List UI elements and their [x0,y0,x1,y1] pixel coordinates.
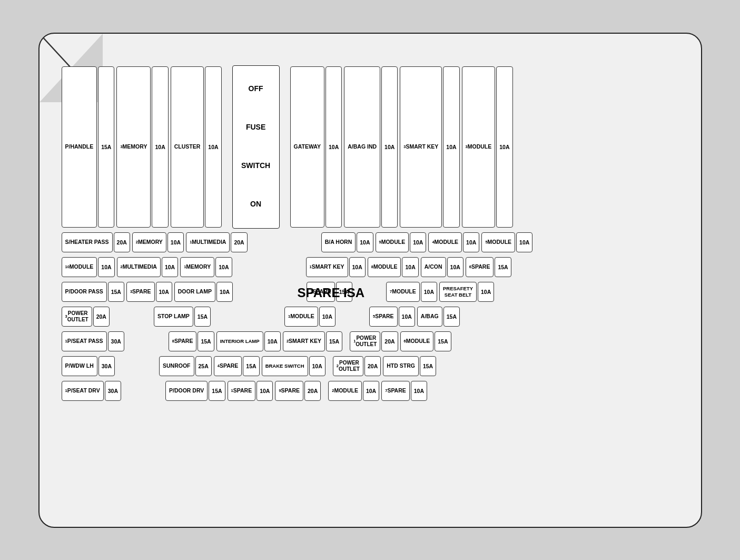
fuse-pwdw-lh: P/WDW LH 30A [62,356,115,376]
fuse-amp: 10A [349,257,366,277]
fuse-label: A/BAG IND [344,66,380,228]
fuse-label: 4MODULE [428,232,462,252]
fuse-8spare: 8 SPARE 15A [169,331,214,351]
fuse-amp: 10A [402,257,418,277]
fuse-label: 5MODULE [481,232,515,252]
fuse-amp: 10A [205,66,221,228]
fuse-3spare: 3 SPARE 10A [126,282,172,302]
fuse-p-handle: P/HANDLE 15A [62,66,115,228]
fuse-10module: 10MODULE 10A [62,257,115,277]
fuse-amp: 15A [435,331,451,351]
fuse-row-5: 3POWEROUTLET 20A STOP LAMP 15A 1 MODULE … [61,306,690,328]
switch-off: OFF [249,84,263,94]
fuse-label: 7MODULE [386,282,420,302]
fuse-door-lamp: DOOR LAMP 10A [174,282,233,302]
fuse-label: 7SPARE [381,381,410,401]
fuse-3memory: 3MEMORY 10A [116,66,168,228]
fuse-amp: 15A [98,66,114,228]
fuse-label: 3SMART KEY [400,66,442,228]
fuse-htd-strg: HTD STRG 15A [383,356,436,376]
fuse-label: 1MULTIMEDIA [186,232,230,252]
fuse-switch-box: OFF FUSE SWITCH ON [232,65,280,229]
fuse-amp: 10A [447,257,463,277]
fuse-label: P/HANDLE [62,66,97,228]
fuse-amp: 20A [114,232,130,252]
fuse-1spare: 1 SPARE 10A [228,381,273,401]
fuse-row-7: P/WDW LH 30A SUNROOF 25A 4 SPARE 15A BRA… [61,355,690,377]
fuse-amp: 10A [152,66,168,228]
fuse-amp: 30A [98,356,115,376]
gap-row7 [327,355,332,377]
fuse-amp: 15A [209,381,225,401]
spare-isa-label: SPARE ISA [298,286,365,300]
fuse-amp: 20A [304,381,321,401]
fuse-label: P/WDW LH [62,356,97,376]
fuse-interior-lamp: INTERIOR LAMP 10A [216,331,281,351]
fuse-label: 3POWEROUTLET [62,307,92,327]
fuse-amp: 10A [98,257,114,277]
fuse-label: P/DOOR PASS [62,282,107,302]
fuse-label: SUNROOF [159,356,194,376]
fuse-amp: 25A [195,356,212,376]
fuse-amp: 20A [364,356,381,376]
gap-row8 [322,380,327,402]
fuse-amp: 15A [495,257,511,277]
fuse-label: HTD STRG [383,356,419,376]
fuse-switch-spacer: OFF FUSE SWITCH ON [232,65,280,229]
fuse-amp: 15A [420,356,436,376]
fuse-amp: 10A [399,307,415,327]
fuse-amp: 15A [108,282,124,302]
fuse-1multimedia: 1MULTIMEDIA 20A [186,232,248,252]
gap-row6 [343,330,349,352]
fuse-label: 2MULTIMEDIA [117,257,161,277]
fuse-1power-outlet: 1 POWEROUTLET 20A [350,331,398,351]
fuse-label: 1 POWEROUTLET [350,331,380,351]
fuse-amp: 10A [516,232,532,252]
fuse-label: 8 SPARE [169,331,197,351]
fuse-amp: 30A [105,381,121,401]
fuse-label: 2 POWEROUTLET [333,356,363,376]
fuse-label: A/CON [421,257,446,277]
fuse-amp: 10A [411,381,427,401]
fuse-amp: 10A [264,331,281,351]
switch-switch: SWITCH [241,161,270,171]
fuse-amp: 10A [410,232,426,252]
fuse-1smart-key: 1SMART KEY 10A [306,257,366,277]
fuse-pdoor-pass: P/DOOR PASS 15A [62,282,124,302]
fuse-label: 10MODULE [62,257,97,277]
fuse-label: GATEWAY [290,66,324,228]
fuse-presafety: PRESAFETYSEAT BELT 10A [439,282,494,302]
fuse-abag: A/BAG 15A [417,307,460,327]
fuse-4spare: 4 SPARE 15A [214,356,260,376]
fuse-2multimedia: 2MULTIMEDIA 10A [117,257,179,277]
fuse-stop-lamp: STOP LAMP 15A [154,307,211,327]
fuse-amp: 15A [194,307,211,327]
fuse-amp: 15A [326,331,342,351]
fuse-pdoor-drv: P/DOOR DRV 15A [165,381,225,401]
fuse-label: 5 SPARE [369,307,398,327]
fuse-amp: 10A [325,66,342,228]
fuse-label: 6MODULE [400,331,434,351]
fuse-label: INTERIOR LAMP [216,331,263,351]
fuse-8module: 8 MODULE 10A [368,257,419,277]
fuse-label: STOP LAMP [154,307,193,327]
fuse-3module: 3 MODULE 10A [462,66,513,228]
fuse-label: 1P/SEAT DRV [62,381,104,401]
fuse-label: 9 SPARE [275,381,303,401]
fuse-amp: 10A [162,257,178,277]
fuse-2power-outlet: 2 POWEROUTLET 20A [333,356,381,376]
empty-space-row5 [111,306,153,328]
fuse-2smart-key: 2SMART KEY 15A [283,331,342,351]
fuse-3power-outlet: 3POWEROUTLET 20A [62,307,110,327]
fuse-6spare: 6 SPARE 15A [466,257,511,277]
fuse-amp: 10A [443,66,459,228]
fuse-amp: 10A [381,66,398,228]
empty-space-row7 [116,355,158,377]
fuse-amp: 10A [216,282,233,302]
fuse-1pseat-pass: 1P/SEAT PASS 30A [62,331,124,351]
fuse-row-6: 1P/SEAT PASS 30A 8 SPARE 15A INTERIOR LA… [61,330,690,352]
fuse-amp: 15A [198,331,214,351]
fuse-5spare: 5 SPARE 10A [369,307,415,327]
fuse-label: 2SMART KEY [283,331,325,351]
fuse-5module: 5MODULE 10A [481,232,532,252]
